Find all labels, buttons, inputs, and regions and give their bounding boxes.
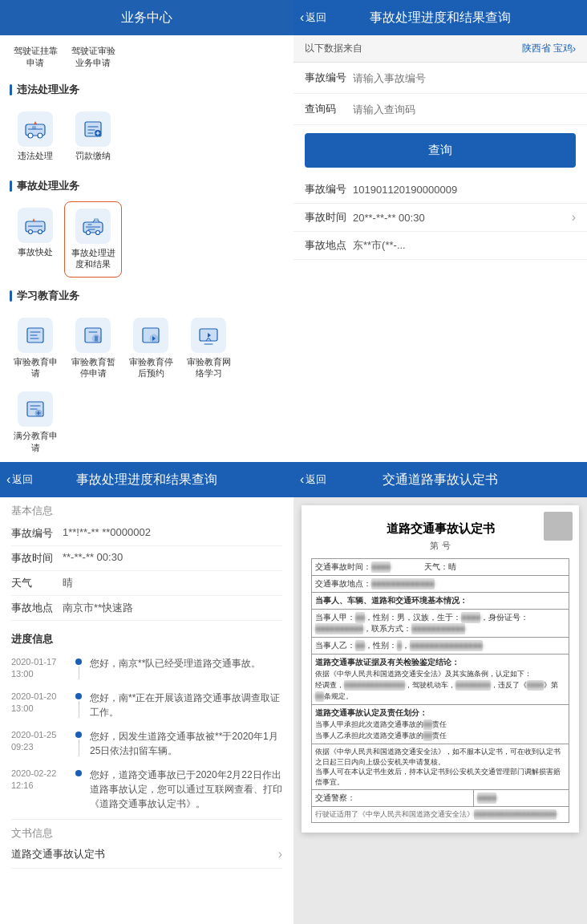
- field-accident-no: 事故编号 1**!**-** **0000002: [11, 521, 282, 546]
- svg-point-10: [87, 231, 91, 235]
- cert-row-head: 当事人、车辆、道路和交通环境基本情况：: [312, 593, 569, 610]
- cert-row-date: 行驶证适用了《中华人民共和国道路交通安全法》■■■■■■■■■■■■■■■■■■…: [312, 807, 569, 823]
- field-val-3: 南京市**快速路: [63, 601, 282, 615]
- progress-dot-2: [75, 732, 82, 738]
- doc-section-title: 文书信息: [11, 826, 282, 841]
- query-code-row: 查询码: [294, 94, 587, 125]
- result-accident-place-row[interactable]: 事故地点 东**市(**-...: [294, 232, 587, 260]
- progress-time-2: 2020-01-2509:23: [11, 729, 67, 758]
- chevron-icon-2: ‹: [300, 10, 304, 25]
- cert-cell-conclusion: 道路交通事故认定及责任划分： 当事人甲承担此次道路交通事故的■■责任 当事人乙承…: [312, 705, 569, 744]
- cert-row-time: 交通事故时间：■■■■ 天气：晴: [312, 559, 569, 576]
- svg-point-8: [38, 230, 43, 234]
- cert-table: 交通事故时间：■■■■ 天气：晴 交通事故地点：■■■■■■■■■■■■■ 当事…: [311, 558, 569, 823]
- blurred-time: ■■■■: [371, 561, 391, 573]
- cert-cell-sign-label: 交通警察：: [312, 790, 474, 807]
- panel1-content: 驾驶证挂靠申请 驾驶证审验业务申请 违法处理业务: [0, 35, 294, 462]
- icon-label-edu-resume: 审验教育停后预约: [125, 356, 176, 379]
- edu-resume-icon-box: [133, 318, 168, 353]
- icon-label-edu-apply: 审验教育申请: [10, 356, 61, 379]
- doc-row-0[interactable]: 道路交通事故认定书 ›: [11, 841, 282, 869]
- icon-label-violation: 违法处理: [18, 150, 53, 161]
- progress-item-1: 2020-01-2013:00 您好，南**正在开展该道路交通事故调查取证工作。: [11, 686, 282, 724]
- nav-title-1: 业务中心: [121, 10, 172, 26]
- chevron-right-icon: ›: [573, 43, 576, 55]
- query-code-input[interactable]: [353, 103, 576, 116]
- icon-edu-online[interactable]: 审验教育网络学习: [180, 311, 237, 386]
- blurred-info-b: ■■■■■■■■■■■■■■■: [410, 640, 483, 651]
- cert-row-party-a: 当事人甲：■■，性别：男，汉族，生于：■■■■，身份证号：■■■■■■■■■■，…: [312, 610, 569, 638]
- svg-point-1: [28, 133, 33, 138]
- icon-edu-resume[interactable]: 审验教育停后预约: [122, 311, 180, 386]
- icon-label-fullscore-apply: 满分教育申请: [10, 430, 61, 453]
- field-val-2: 晴: [63, 576, 282, 590]
- edu-online-icon-box: [191, 318, 226, 353]
- progress-time-3: 2020-02-2212:16: [11, 768, 67, 811]
- cert-cell-time: 交通事故时间：■■■■ 天气：晴: [312, 559, 569, 576]
- progress-dot-1: [75, 693, 82, 699]
- back-btn-3[interactable]: ‹ 返回: [6, 472, 33, 487]
- result-accident-time-row[interactable]: 事故时间 20**-**-** 00:30 ›: [294, 204, 587, 232]
- blurred-ev-1: ■■■■■■■■■■■■■■: [344, 680, 405, 691]
- back-btn-2[interactable]: ‹ 返回: [300, 10, 326, 25]
- result-accident-no-label: 事故编号: [305, 182, 353, 197]
- blurred-place: ■■■■■■■■■■■■■: [371, 578, 435, 590]
- top-item-label-1: 驾驶证挂靠申请: [10, 45, 61, 70]
- cert-cell-party-a: 当事人甲：■■，性别：男，汉族，生于：■■■■，身份证号：■■■■■■■■■■，…: [312, 610, 569, 638]
- progress-dot-0: [75, 659, 82, 665]
- row-arrow-icon-time: ›: [572, 210, 576, 225]
- result-accident-no-row[interactable]: 事故编号 101901120190000009: [294, 176, 587, 204]
- doc-section: 文书信息 道路交通事故认定书 ›: [11, 819, 282, 872]
- accident-no-input[interactable]: [353, 72, 576, 84]
- icon-item-fine[interactable]: 罚款缴纳: [64, 105, 122, 168]
- accident-quick-icon: [24, 214, 47, 237]
- icon-fullscore-apply[interactable]: 满分教育申请: [6, 385, 64, 460]
- field-weather: 天气 晴: [11, 571, 282, 596]
- blurred-gender-b: ■: [397, 640, 402, 651]
- cert-title: 道路交通事故认定书: [311, 521, 569, 537]
- nav-title-2: 事故处理进度和结果查询: [370, 10, 511, 26]
- edu-apply-icon-box: [18, 318, 53, 353]
- progress-dot-col-1: [75, 691, 82, 719]
- accident-no-label: 事故编号: [305, 71, 353, 85]
- icon-item-violation[interactable]: 违法处理: [6, 105, 64, 168]
- accident-progress-icon-box: [75, 209, 111, 244]
- cert-cell-place: 交通事故地点：■■■■■■■■■■■■■: [312, 576, 569, 593]
- top-item-license-check[interactable]: 驾驶证审验业务申请: [64, 42, 122, 73]
- fine-payment-icon-box: [75, 111, 111, 147]
- doc-arrow-icon-0: ›: [278, 847, 282, 861]
- top-item-label-2: 驾驶证审验业务申请: [67, 45, 119, 70]
- panel-business-center: 业务中心 驾驶证挂靠申请 驾驶证审验业务申请 违法处理业务: [0, 0, 294, 462]
- back-btn-4[interactable]: ‹ 返回: [300, 472, 326, 487]
- icon-edu-apply[interactable]: 审验教育申请: [6, 311, 64, 386]
- cert-row-place: 交通事故地点：■■■■■■■■■■■■■: [312, 576, 569, 593]
- result-accident-time-label: 事故时间: [305, 210, 353, 225]
- icon-item-accident-quick[interactable]: 事故快处: [6, 201, 64, 278]
- nav-bar-1: 业务中心: [0, 0, 294, 35]
- blurred-id-a: ■■■■■■■■■■: [315, 623, 363, 634]
- region-label: 陕西省 宝鸡 ›: [522, 42, 576, 55]
- query-button[interactable]: 查询: [305, 133, 576, 168]
- progress-section: 进度信息 2020-01-1713:00 您好，南京**队已经受理道路交通事故。…: [11, 627, 282, 816]
- top-item-license-hang[interactable]: 驾驶证挂靠申请: [6, 42, 64, 73]
- panel-accident-progress: ‹ 返回 事故处理进度和结果查询 基本信息 事故编号 1**!**-** **0…: [0, 462, 294, 924]
- field-accident-time: 事故时间 **-**-** 00:30: [11, 546, 282, 571]
- icon-item-accident-progress[interactable]: 事故处理进度和结果: [64, 201, 122, 278]
- result-accident-place-val: 东**市(**-...: [353, 238, 576, 253]
- cert-subtitle: 第 号: [311, 540, 569, 552]
- icon-grid-edu: 审验教育申请 审验教育暂停申请: [0, 306, 294, 462]
- nav-title-3: 事故处理进度和结果查询: [76, 472, 217, 488]
- accident-quick-icon-box: [18, 208, 53, 243]
- result-accident-no-val: 101901120190000009: [353, 184, 576, 196]
- cert-cell-sign-val: ■■■■: [474, 790, 569, 807]
- icon-grid-violation: 违法处理 罚款缴纳: [0, 100, 294, 172]
- icon-edu-pause[interactable]: 审验教育暂停申请: [64, 311, 122, 386]
- blurred-sign: ■■■■: [477, 792, 496, 804]
- field-val-0: 1**!**-** **0000002: [63, 526, 282, 541]
- cert-row-process: 道路交通事故证据及有关检验鉴定结论： 依据《中华人民共和国道路交通安全法》及其实…: [312, 654, 569, 705]
- progress-item-2: 2020-01-2509:23 您好，因发生道路交通事故被**于2020年1月2…: [11, 724, 282, 763]
- cert-cell-process: 道路交通事故证据及有关检验鉴定结论： 依据《中华人民共和国道路交通安全法》及其实…: [312, 654, 569, 705]
- result-accident-time-val: 20**-**-** 00:30: [353, 212, 572, 224]
- section-title-edu: 学习教育业务: [0, 282, 294, 306]
- progress-dot-col-2: [75, 729, 82, 758]
